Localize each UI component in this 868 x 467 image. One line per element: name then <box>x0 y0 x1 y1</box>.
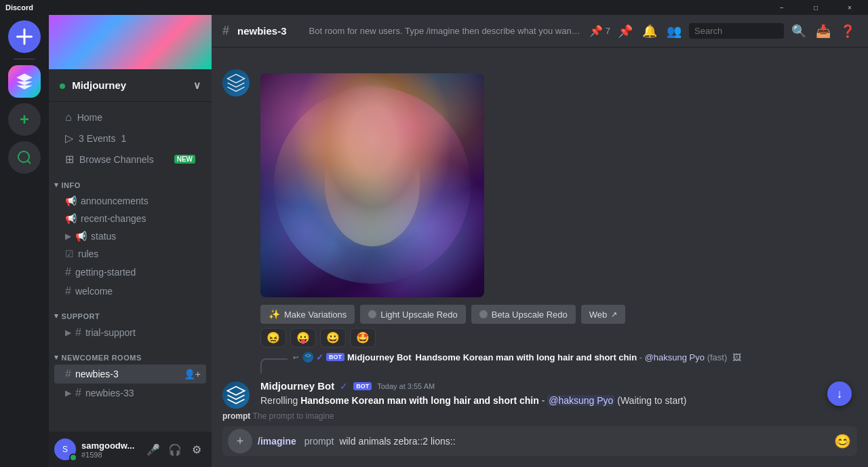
nav-label-events: 3 Events <box>79 133 115 144</box>
reroll-prefix: Rerolling <box>260 395 300 406</box>
window-controls: − □ × <box>766 0 865 15</box>
category-newcomer[interactable]: ▾ NEWCOMER ROOMS <box>49 342 212 365</box>
events-badge: 1 <box>121 133 126 144</box>
search-icon-button[interactable]: 🔍 <box>789 22 808 41</box>
scroll-to-bottom-button[interactable]: ↓ <box>827 381 852 406</box>
bot-tag: BOT <box>353 382 372 390</box>
category-label-newcomer: NEWCOMER ROOMS <box>62 354 142 362</box>
pin-button[interactable]: 📌 <box>616 22 635 41</box>
reaction-grin[interactable]: 😀 <box>320 328 346 348</box>
home-icon: ⌂ <box>65 111 72 124</box>
chat-input[interactable] <box>339 436 827 447</box>
channel-item-announcements[interactable]: 📢 announcements <box>54 192 206 210</box>
reaction-angry[interactable]: 😖 <box>260 328 286 348</box>
cosmic-face-image <box>260 73 484 297</box>
reaction-tongue[interactable]: 😛 <box>290 328 316 348</box>
channel-label-recent-changes: recent-changes <box>81 213 146 224</box>
hash-icon-newbies3: # <box>65 368 71 380</box>
make-variations-button[interactable]: ✨ Make Variations <box>260 305 355 324</box>
message-content-image: ✨ Make Variations Light Upscale Redo Bet… <box>260 68 857 348</box>
external-link-icon: ↗ <box>611 310 617 319</box>
browse-icon: ⊞ <box>65 153 74 166</box>
nav-label-browse: Browse Channels <box>79 154 154 165</box>
channel-item-recent-changes[interactable]: 📢 recent-changes <box>54 210 206 227</box>
discord-home-button[interactable] <box>8 20 41 53</box>
reroll-message-text: Rerolling Handsome Korean man with long … <box>260 394 857 407</box>
maximize-button[interactable]: □ <box>800 0 831 15</box>
search-input[interactable] <box>689 23 784 39</box>
help-button[interactable]: ❓ <box>838 22 857 41</box>
user-avatar[interactable]: S <box>54 438 76 460</box>
forwarded-message: ↩ ✓ BOT Midjourney Bot Handsome Korean m… <box>250 350 868 375</box>
user-info: samgoodw... #1598 <box>81 441 138 459</box>
midjourney-server-icon[interactable] <box>8 65 41 98</box>
close-button[interactable]: × <box>834 0 865 15</box>
light-upscale-redo-button[interactable]: Light Upscale Redo <box>360 305 465 324</box>
inbox-button[interactable]: 📥 <box>814 22 833 41</box>
emoji-reactions: 😖 😛 😀 🤩 <box>260 328 857 348</box>
member-count: 📌 7 <box>589 24 610 37</box>
bot-avatar-1 <box>222 69 250 96</box>
category-chevron-newcomer: ▾ <box>54 353 59 362</box>
bot-author-name[interactable]: Midjourney Bot <box>260 380 334 392</box>
nav-item-browse[interactable]: ⊞ Browse Channels NEW <box>54 149 206 170</box>
channel-sidebar: Midjourney ∨ ⌂ Home ▷ 3 Events 1 ⊞ Brows… <box>49 15 212 467</box>
titlebar: Discord − □ × <box>0 0 868 15</box>
add-attachment-button[interactable]: + <box>228 429 252 453</box>
reaction-starstruck[interactable]: 🤩 <box>350 328 376 348</box>
slash-command-label: /imagine <box>258 436 296 447</box>
beta-upscale-redo-label: Beta Upscale Redo <box>492 310 568 320</box>
server-list-divider <box>14 58 35 60</box>
hash-icon-trial: # <box>75 326 81 339</box>
channel-label-welcome: welcome <box>75 286 113 297</box>
variations-icon: ✨ <box>269 309 280 320</box>
headphones-button[interactable]: 🎧 <box>165 440 184 459</box>
announcement-icon: 📢 <box>65 195 77 206</box>
settings-button[interactable]: ⚙ <box>187 440 206 459</box>
username: samgoodw... <box>81 441 138 451</box>
prompt-description: The prompt to imagine <box>252 411 334 421</box>
category-support[interactable]: ▾ SUPPORT <box>49 301 212 323</box>
channel-label-status: status <box>91 231 116 242</box>
discover-button[interactable] <box>8 141 41 174</box>
channel-item-welcome[interactable]: # welcome <box>54 282 206 301</box>
hash-icon-2: # <box>65 285 71 297</box>
category-label-info: INFO <box>62 181 81 189</box>
channel-item-rules[interactable]: ☑ rules <box>54 245 206 263</box>
channel-label-rules: rules <box>78 248 98 259</box>
add-server-button[interactable]: + <box>8 103 41 136</box>
server-banner <box>49 15 212 69</box>
server-status-dot <box>60 83 65 89</box>
expand-icon-newbies33: ▶ <box>65 388 71 398</box>
forward-attachment-icon: 🖼 <box>732 352 741 362</box>
channel-item-status[interactable]: ▶ 📢 status <box>54 227 206 245</box>
channel-item-trial-support[interactable]: ▶ # trial-support <box>54 323 206 342</box>
notification-bell-button[interactable]: 🔔 <box>640 22 659 41</box>
category-info[interactable]: ▾ INFO <box>49 170 212 192</box>
forward-bot-verified: ✓ <box>316 352 323 362</box>
minimize-button[interactable]: − <box>766 0 797 15</box>
scroll-arrow-icon: ↓ <box>837 387 843 401</box>
member-count-number: 7 <box>606 26 610 36</box>
forward-avatar <box>302 352 313 362</box>
announcement-icon-3: 📢 <box>75 231 87 242</box>
channel-header: # newbies-3 Bot room for new users. Type… <box>212 15 868 48</box>
members-list-button[interactable]: 👥 <box>665 22 684 41</box>
server-header[interactable]: Midjourney ∨ <box>49 69 212 102</box>
channel-item-newbies-3[interactable]: # newbies-3 👤+ <box>54 365 206 384</box>
channel-item-newbies-33[interactable]: ▶ # newbies-33 <box>54 384 206 403</box>
microphone-button[interactable]: 🎤 <box>144 440 163 459</box>
forward-line <box>260 358 288 373</box>
reroll-mention[interactable]: @haksung Pyo <box>547 395 614 406</box>
emoji-picker-button[interactable]: 😊 <box>833 432 852 451</box>
avatar-text: S <box>62 445 68 454</box>
expand-icon-trial: ▶ <box>65 328 71 337</box>
beta-upscale-redo-button[interactable]: Beta Upscale Redo <box>471 305 576 324</box>
messages-container: ✨ Make Variations Light Upscale Redo Bet… <box>212 48 868 467</box>
user-tag: #1598 <box>81 451 138 459</box>
nav-item-home[interactable]: ⌂ Home <box>54 107 206 128</box>
channel-item-getting-started[interactable]: # getting-started <box>54 263 206 282</box>
action-buttons: ✨ Make Variations Light Upscale Redo Bet… <box>260 305 857 324</box>
nav-item-events[interactable]: ▷ 3 Events 1 <box>54 128 206 149</box>
web-button[interactable]: Web ↗ <box>581 305 626 324</box>
